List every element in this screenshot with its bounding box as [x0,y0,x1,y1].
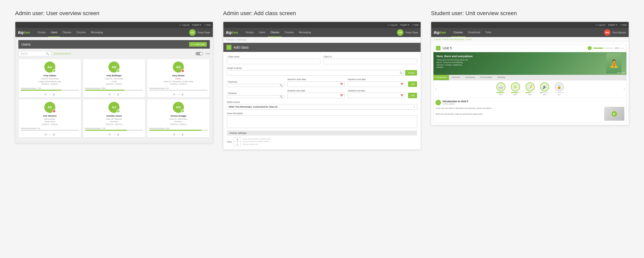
avatar: AJ 9 [108,102,119,113]
check-icon[interactable]: ✓ [113,93,115,96]
tries-down-arrow[interactable]: ▼ [234,144,240,146]
user-info: Class 5C: ElementaryPinheiros01/05/13 - … [169,118,188,126]
nav-groups[interactable]: Groups [243,28,256,37]
check-icon[interactable]: ✓ [177,93,179,96]
screen3-language[interactable]: English ▾ [608,24,617,26]
users-header: Users + + Add User [18,40,210,49]
monitor-icon[interactable]: 🖥 [173,93,175,96]
screen2-language[interactable]: English ▾ [400,24,409,26]
nav-users[interactable]: Users [48,28,60,37]
nav-groups[interactable]: Groups [35,28,48,37]
students-end-label: Students end date [348,89,405,92]
carousel-next-arrow[interactable]: › [623,87,625,91]
monitor-icon[interactable]: 🖥 [44,93,47,96]
nav-users[interactable]: Users [256,28,268,37]
lesson-icon[interactable]: 📖 [496,82,505,91]
lesson-icon[interactable]: ⚙ [511,82,520,91]
nav-messaging[interactable]: Messaging [296,28,313,37]
screen2-logout[interactable]: ↩ Log out [387,24,397,26]
tab-reading[interactable]: Reading [495,75,507,80]
tries-label: Tries [227,141,232,143]
students-start-input[interactable]: 📅 [287,93,345,98]
check-icon[interactable]: ✓ [49,93,51,96]
back-button[interactable]: ‹ [226,45,231,50]
teachers-input[interactable]: 🔍 [227,84,284,87]
tab-grammar[interactable]: Grammar [449,75,463,80]
advanced-search-link[interactable]: Advanced search [54,52,71,55]
play-button[interactable]: ▶ [612,111,617,117]
check-icon[interactable]: ✓ [113,133,115,136]
expand-icon[interactable]: — [621,46,624,50]
tries-value[interactable]: 1 [234,138,240,142]
course-settings-header: Course settings [227,131,417,136]
logout-icon: ↩ [387,24,389,26]
logo-tree: tree [439,30,446,35]
delete-icon[interactable]: 🗑 [117,133,119,136]
unit-back-button[interactable]: ‹ [436,46,440,50]
monitor-icon[interactable]: 🖥 [44,133,47,136]
user-info: Inactive Class 6C: Elementary Granja Via… [164,78,193,86]
delete-icon[interactable]: 🗑 [117,93,119,96]
table-row: AB 9 Amy Bollinger Class 6C: ElementaryC… [83,59,146,98]
breadcrumb-classes[interactable]: Classes [226,39,234,41]
tab-introduction[interactable]: Introduction [433,75,449,80]
lesson-bar [540,92,549,93]
delete-icon[interactable]: 🗑 [53,93,55,96]
user-info: Class 6C: ElementaryCCAA01/05/13 - 01/05… [105,78,123,86]
help-icon: ? [204,24,206,26]
add-teacher-button[interactable]: Add [408,81,417,87]
nav-courses[interactable]: Courses [282,28,296,37]
add-user-button[interactable]: + + Add User [189,42,207,47]
delete-icon[interactable]: 🗑 [181,133,184,136]
screen3-logout[interactable]: ↩ Log out [595,24,605,26]
logout-icon: ↩ [179,24,181,26]
monitor-icon[interactable]: 🖥 [173,133,175,136]
monitor-icon[interactable]: 🖥 [108,133,111,136]
carousel-prev-arrow[interactable]: ‹ [434,87,437,91]
nav-tools[interactable]: Tools [483,28,494,37]
unit-breadcrumb: Courses > MIND Tree Elementary > Unit 5 [431,37,629,42]
delete-icon[interactable]: 🗑 [181,93,184,96]
nav-courses[interactable]: Courses [74,28,88,37]
nav-courses[interactable]: Courses [451,28,465,37]
lesson-icon[interactable]: 🔊 [540,82,549,91]
classid-input[interactable] [324,59,417,64]
assign-button[interactable]: Assign [405,70,417,76]
teacher-start-input[interactable]: 📅 [287,81,345,87]
screen1-help[interactable]: ? Help [204,24,211,26]
class-description-textarea[interactable] [227,115,417,128]
tries-up-arrow[interactable]: ▲ [234,142,240,144]
grid-toggle[interactable] [195,52,203,55]
delete-icon[interactable]: 🗑 [53,133,55,136]
lesson-icon[interactable]: 📝 [526,82,535,91]
screen1-language[interactable]: English ▾ [192,24,202,26]
tab-vocabulary[interactable]: Vocabulary [463,75,478,80]
monitor-icon[interactable]: 🖥 [108,93,111,96]
students-end-input[interactable]: 📅 [348,93,405,98]
classname-input[interactable] [227,59,320,64]
add-student-button[interactable]: Add [408,93,417,98]
search-input[interactable]: Search 🔍 [18,51,51,56]
tab-pronunciation[interactable]: Pronunciation [478,75,495,80]
screen3-help[interactable]: ? Help [620,24,627,26]
nav-gradebook[interactable]: Gradebook [465,28,483,37]
check-icon[interactable]: ✓ [49,133,51,136]
perf-fill [85,130,127,131]
teacher-end-input[interactable]: 📅 [348,81,405,87]
check-icon[interactable]: ✓ [177,133,179,136]
form-group-teacher-end: Teacher's end date 📅 [348,78,405,87]
nav-messaging[interactable]: Messaging [88,28,105,37]
nav-classes[interactable]: Classes [268,28,282,37]
view-more-link[interactable]: View more [617,72,625,74]
assigngroup-input[interactable]: 🔍 [227,70,405,76]
page-container: Admin user: User overview screen ↩ Log o… [15,10,629,150]
screen2-help[interactable]: ? Help [412,24,419,26]
screen1-logout[interactable]: ↩ Log out [179,24,189,26]
students-input[interactable]: 🔍 [227,95,284,98]
form-group-course: Select course MIND Tree Elementary: Cust… [227,101,417,110]
user-info: AdministratorGranja Viana01/05/13 - 01/0… [42,118,58,126]
course-select[interactable]: MIND Tree Elementary: Customised for Cla… [227,104,417,110]
lesson-fill [526,92,530,93]
lesson-bar [526,92,535,93]
nav-classes[interactable]: Classes [60,28,74,37]
